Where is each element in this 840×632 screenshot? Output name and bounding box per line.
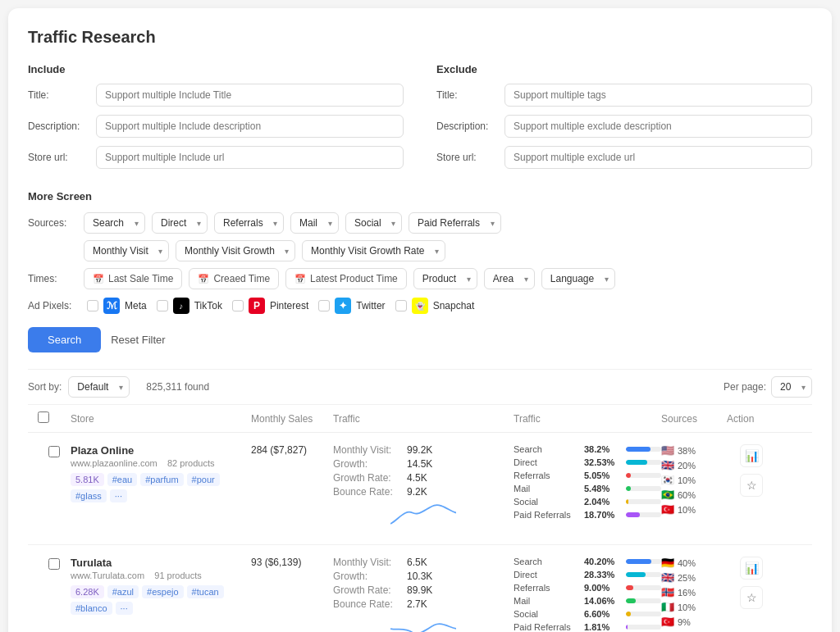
- row-checkbox-cell[interactable]: [38, 557, 71, 570]
- source-social-wrapper[interactable]: Social: [345, 212, 402, 234]
- pinterest-checkbox[interactable]: [232, 300, 244, 311]
- flag-icon: 🇧🇷: [661, 489, 674, 501]
- latest-product-time-btn[interactable]: 📅 Latest Product Time: [285, 268, 407, 289]
- more-screen-label: More Screen: [28, 190, 812, 202]
- chart-action-icon[interactable]: 📊: [740, 557, 763, 580]
- store-tag: #espejo: [142, 585, 184, 598]
- source-paid-select[interactable]: Paid Referrals: [409, 212, 501, 234]
- source-flag-row: 🇹🇷 10%: [661, 503, 727, 516]
- bar-track: [626, 585, 661, 590]
- monthly-visit-label: Monthly Visit:: [333, 444, 407, 456]
- monthly-visit-select[interactable]: Monthly Visit: [84, 240, 169, 261]
- source-flag-row: 🇹🇷 9%: [661, 616, 727, 628]
- row-checkbox[interactable]: [48, 558, 60, 570]
- monthly-visit-wrapper[interactable]: Monthly Visit: [84, 240, 169, 261]
- flag-icon: 🇮🇹: [661, 601, 674, 613]
- star-action-icon[interactable]: ☆: [740, 474, 763, 497]
- sources-col: 🇩🇪 40% 🇬🇧 25% 🇳🇴 16% 🇮🇹 10% 🇹🇷 9%: [661, 557, 727, 630]
- source-paid-wrapper[interactable]: Paid Referrals: [409, 212, 501, 234]
- ad-pixels-row: Ad Pixels: ℳ Meta ♪ TikTok P Pinterest ✦…: [28, 298, 812, 314]
- product-dropdown-wrapper[interactable]: Product: [413, 268, 477, 289]
- area-dropdown[interactable]: Area: [484, 268, 535, 289]
- bar-fill: [626, 447, 651, 452]
- include-title-row: Title:: [28, 84, 404, 107]
- calendar-icon3: 📅: [294, 274, 306, 284]
- per-page-select-wrapper[interactable]: 20: [771, 376, 812, 398]
- meta-checkbox[interactable]: [87, 300, 98, 311]
- traffic-bar-row: Search 40.20%: [514, 557, 661, 566]
- snapchat-pixel[interactable]: 👻 Snapchat: [395, 298, 475, 314]
- row-checkbox-cell[interactable]: [38, 444, 71, 457]
- monthly-growth-rate-select[interactable]: Monthly Visit Growth Rate: [302, 240, 445, 261]
- pinterest-pixel[interactable]: P Pinterest: [232, 298, 308, 314]
- store-tag: 5.81K: [71, 473, 104, 486]
- sparkline-chart: [333, 500, 514, 533]
- twitter-checkbox[interactable]: [318, 300, 330, 311]
- flag-icon: 🇹🇷: [661, 503, 674, 516]
- source-referrals-select[interactable]: Referrals: [214, 212, 284, 234]
- source-search-select[interactable]: Search: [84, 212, 145, 234]
- star-action-icon[interactable]: ☆: [740, 586, 763, 609]
- meta-pixel[interactable]: ℳ Meta: [87, 298, 147, 314]
- source-direct-wrapper[interactable]: Direct: [152, 212, 208, 234]
- source-mail-select[interactable]: Mail: [290, 212, 339, 234]
- last-sale-time-btn[interactable]: 📅 Last Sale Time: [84, 268, 182, 289]
- bar-track: [626, 512, 661, 517]
- action-row: Search Reset Filter: [28, 327, 812, 352]
- source-social-select[interactable]: Social: [345, 212, 402, 234]
- language-dropdown-wrapper[interactable]: Language: [541, 268, 615, 289]
- include-url-input[interactable]: [96, 146, 404, 169]
- twitter-pixel[interactable]: ✦ Twitter: [318, 298, 385, 314]
- exclude-desc-label: Description:: [436, 120, 498, 132]
- calendar-icon: 📅: [93, 274, 104, 284]
- area-dropdown-wrapper[interactable]: Area: [484, 268, 535, 289]
- source-referrals-wrapper[interactable]: Referrals: [214, 212, 284, 234]
- traffic-stat-row: Growth: 10.3K: [333, 571, 514, 582]
- reset-button[interactable]: Reset Filter: [111, 334, 165, 346]
- traffic-stat-row: Growth: 14.5K: [333, 458, 514, 470]
- source-search-wrapper[interactable]: Search: [84, 212, 145, 234]
- source-mail-wrapper[interactable]: Mail: [290, 212, 339, 234]
- monthly-visit-label: Monthly Visit:: [333, 557, 407, 568]
- source-flag-row: 🇬🇧 20%: [661, 459, 727, 471]
- col-traffic: Traffic: [333, 413, 514, 425]
- language-dropdown[interactable]: Language: [541, 268, 615, 289]
- growth-rate-value: 4.5K: [407, 472, 427, 484]
- per-page-select[interactable]: 20: [771, 376, 812, 398]
- bar-fill: [626, 559, 651, 564]
- monthly-visit-value: 6.5K: [407, 557, 427, 568]
- exclude-url-input[interactable]: [504, 146, 812, 169]
- search-button[interactable]: Search: [28, 327, 101, 352]
- traffic-bar-row: Referrals 5.05%: [514, 471, 661, 480]
- row-checkbox[interactable]: [48, 446, 60, 457]
- tiktok-pixel[interactable]: ♪ TikTok: [157, 298, 222, 314]
- include-desc-input[interactable]: [96, 115, 404, 138]
- sort-select[interactable]: Default: [68, 376, 130, 398]
- sparkline-chart: [333, 612, 514, 632]
- bar-track: [626, 499, 661, 504]
- source-direct-select[interactable]: Direct: [152, 212, 208, 234]
- sort-select-wrapper[interactable]: Default: [68, 376, 130, 398]
- monthly-row: Monthly Visit Monthly Visit Growth Month…: [84, 240, 812, 261]
- store-tag: #eau: [107, 473, 137, 486]
- created-time-btn[interactable]: 📅 Creaed Time: [189, 268, 279, 289]
- chart-action-icon[interactable]: 📊: [740, 444, 763, 467]
- growth-rate-label: Growth Rate:: [333, 584, 407, 596]
- source-pct: 20%: [678, 461, 696, 471]
- monthly-growth-select[interactable]: Monthly Visit Growth: [176, 240, 295, 261]
- main-page: Traffic Research Include Title: Descript…: [8, 8, 832, 632]
- traffic-bar-pct: 38.2%: [584, 444, 621, 454]
- pinterest-icon: P: [249, 298, 265, 314]
- monthly-growth-wrapper[interactable]: Monthly Visit Growth: [176, 240, 295, 261]
- traffic-bar-pct: 32.53%: [584, 457, 621, 467]
- include-url-label: Store url:: [28, 152, 89, 163]
- snapchat-checkbox[interactable]: [395, 300, 407, 311]
- monthly-growth-rate-wrapper[interactable]: Monthly Visit Growth Rate: [302, 240, 445, 261]
- exclude-desc-input[interactable]: [504, 115, 812, 138]
- product-dropdown[interactable]: Product: [413, 268, 477, 289]
- select-all-checkbox[interactable]: [38, 411, 49, 423]
- exclude-title-input[interactable]: [504, 84, 812, 107]
- include-title-input[interactable]: [96, 84, 404, 107]
- store-tag: #azul: [107, 585, 139, 598]
- tiktok-checkbox[interactable]: [157, 300, 168, 311]
